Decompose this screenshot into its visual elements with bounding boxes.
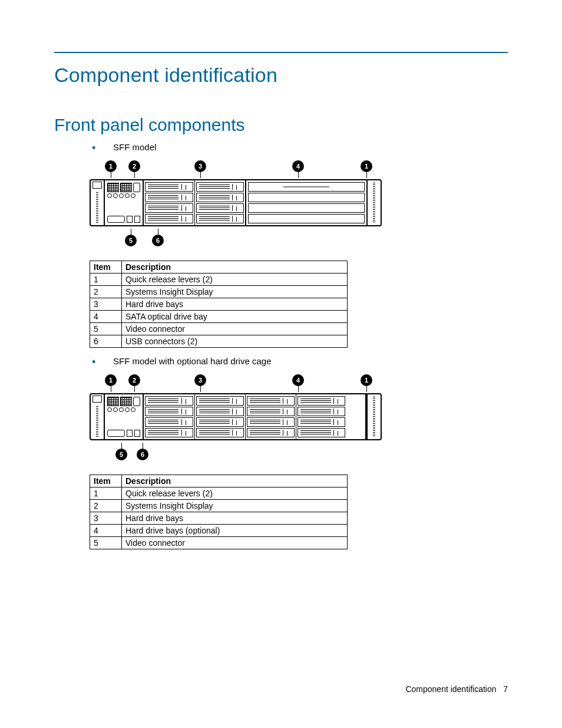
systems-insight-display <box>107 397 140 406</box>
table-row: 1Quick release levers (2) <box>90 274 348 286</box>
page-title: Component identification <box>54 64 508 87</box>
th-description: Description <box>122 261 348 274</box>
cell-description: SATA optical drive bay <box>122 311 348 323</box>
optical-drive-bay <box>246 180 366 225</box>
usb-connector-icon <box>134 216 140 223</box>
cell-description: Hard drive bays <box>122 512 348 525</box>
callout-leader <box>298 172 299 178</box>
callout-leader <box>200 386 201 392</box>
callout-leader <box>366 172 367 178</box>
table-row: 3Hard drive bays <box>90 298 348 311</box>
cell-item: 5 <box>90 537 122 549</box>
quick-release-lever-right <box>366 394 381 439</box>
cell-item: 6 <box>90 335 122 348</box>
bullet-sff-optional-cage: SFF model with optional hard drive cage <box>92 356 508 366</box>
th-description: Description <box>122 475 348 487</box>
server-chassis <box>90 393 382 440</box>
callout-leader <box>111 172 111 178</box>
page-number: 7 <box>503 684 508 694</box>
callout-leader <box>131 229 131 235</box>
diagram-sff-optional: 12341 <box>90 374 508 460</box>
hard-drive-bays <box>144 394 366 439</box>
table-row: 5Video connector <box>90 323 348 335</box>
usb-connector-icon <box>127 430 133 437</box>
callout-badge: 5 <box>115 449 127 460</box>
front-io-panel <box>105 394 144 439</box>
cell-description: Hard drive bays <box>122 298 348 311</box>
cell-item: 4 <box>90 525 122 537</box>
component-table-1: Item Description 1Quick release levers (… <box>90 261 348 348</box>
table-row: 2Systems Insight Display <box>90 500 348 512</box>
cell-item: 1 <box>90 487 122 500</box>
callout-badge: 6 <box>137 449 148 460</box>
cell-description: Quick release levers (2) <box>122 274 348 286</box>
table-row: 4SATA optical drive bay <box>90 311 348 323</box>
callout-badge: 3 <box>194 160 206 172</box>
callout-leader <box>298 386 299 392</box>
cell-description: Hard drive bays (optional) <box>122 525 348 537</box>
front-io-panel <box>105 180 144 225</box>
cell-description: Video connector <box>122 537 348 549</box>
cell-description: Quick release levers (2) <box>122 487 348 500</box>
table-row: 4Hard drive bays (optional) <box>90 525 348 537</box>
cell-description: Systems Insight Display <box>122 500 348 512</box>
usb-connector-icon <box>127 216 133 223</box>
cell-description: Systems Insight Display <box>122 286 348 298</box>
quick-release-lever-right <box>366 180 381 225</box>
callout-badge: 2 <box>128 374 140 386</box>
callout-leader <box>200 172 201 178</box>
cell-item: 4 <box>90 311 122 323</box>
callout-badge: 1 <box>105 160 117 172</box>
hard-drive-bays <box>144 180 246 225</box>
diagram-sff-model: 12341 <box>90 160 508 246</box>
callout-leader <box>143 443 143 449</box>
callout-leader <box>366 386 367 392</box>
callout-badge: 2 <box>128 160 140 172</box>
section-heading: Front panel components <box>54 115 508 135</box>
callout-badge: 4 <box>292 374 304 386</box>
footer-section: Component identification <box>405 684 496 694</box>
callout-leader <box>158 229 158 235</box>
th-item: Item <box>90 261 122 274</box>
th-item: Item <box>90 475 122 487</box>
callout-leader <box>111 386 111 392</box>
callout-badge: 4 <box>292 160 304 172</box>
quick-release-lever-left <box>91 394 105 439</box>
component-table-2: Item Description 1Quick release levers (… <box>90 475 348 549</box>
table-row: 3Hard drive bays <box>90 512 348 525</box>
bullet-sff-model: SFF model <box>92 142 508 152</box>
callout-badge: 1 <box>105 374 117 386</box>
video-connector-icon <box>107 430 125 437</box>
cell-item: 5 <box>90 323 122 335</box>
cell-item: 1 <box>90 274 122 286</box>
table-row: 1Quick release levers (2) <box>90 487 348 500</box>
callout-badge: 3 <box>194 374 206 386</box>
callout-leader <box>134 386 135 392</box>
cell-description: USB connectors (2) <box>122 335 348 348</box>
table-row: 5Video connector <box>90 537 348 549</box>
callout-leader <box>134 172 135 178</box>
callout-badge: 1 <box>361 160 372 172</box>
callout-badge: 6 <box>152 235 164 246</box>
cell-item: 3 <box>90 512 122 525</box>
cell-item: 3 <box>90 298 122 311</box>
cell-description: Video connector <box>122 323 348 335</box>
quick-release-lever-left <box>91 180 105 225</box>
cell-item: 2 <box>90 286 122 298</box>
top-rule <box>54 52 508 53</box>
usb-connector-icon <box>134 430 140 437</box>
callout-badge: 1 <box>361 374 372 386</box>
server-chassis <box>90 179 382 226</box>
table-row: 2Systems Insight Display <box>90 286 348 298</box>
video-connector-icon <box>107 216 125 223</box>
systems-insight-display <box>107 183 140 192</box>
callout-leader <box>121 443 122 449</box>
cell-item: 2 <box>90 500 122 512</box>
page-footer: Component identification 7 <box>405 684 508 694</box>
table-row: 6USB connectors (2) <box>90 335 348 348</box>
callout-badge: 5 <box>125 235 137 246</box>
